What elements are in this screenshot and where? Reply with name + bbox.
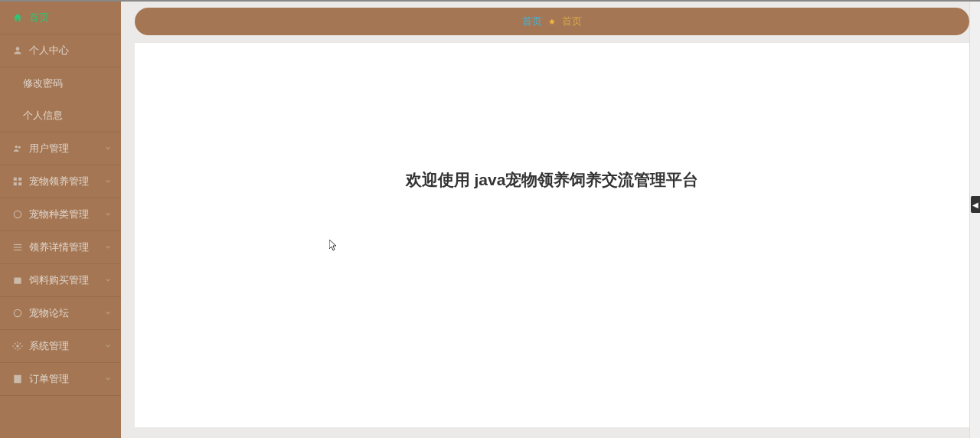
sidebar-item-label: 宠物种类管理 [29,208,89,221]
chevron-down-icon [104,341,112,352]
sidebar-item-personal-info[interactable]: 个人信息 [0,100,121,132]
sidebar-item-system-management[interactable]: 系统管理 [0,330,121,363]
chevron-down-icon [104,143,112,155]
svg-point-2 [18,146,21,149]
sidebar: 首页 个人中心 修改密码 个人信息 用户管理 [0,2,121,438]
sidebar-item-user-management[interactable]: 用户管理 [0,132,121,165]
order-icon [12,374,23,384]
svg-point-1 [15,145,18,149]
sidebar-item-change-password[interactable]: 修改密码 [0,67,121,100]
chat-icon [12,308,23,319]
sidebar-item-label: 宠物论坛 [29,306,69,320]
sidebar-item-home[interactable]: 首页 [0,2,121,34]
scrollbar-vertical[interactable] [969,2,980,438]
chevron-down-icon [104,176,112,188]
breadcrumb: 首页 ★ 首页 [135,8,969,35]
box-icon [12,275,23,286]
sidebar-item-label: 领养详情管理 [29,240,89,254]
chevron-down-icon [104,275,112,286]
breadcrumb-home-link[interactable]: 首页 [522,15,542,28]
sidebar-item-pet-adoption-management[interactable]: 宠物领养管理 [0,165,121,198]
svg-rect-3 [14,178,17,181]
svg-rect-5 [14,182,17,185]
svg-point-0 [16,47,20,51]
breadcrumb-current: 首页 [562,15,582,28]
list-icon [12,242,23,253]
svg-rect-14 [14,375,21,384]
chevron-down-icon [104,242,112,253]
sidebar-item-label: 饲料购买管理 [29,273,89,287]
welcome-heading: 欢迎使用 java宠物领养饲养交流管理平台 [406,169,699,191]
circle-icon [12,209,23,220]
sidebar-item-pet-forum[interactable]: 宠物论坛 [0,297,121,330]
svg-rect-10 [14,250,22,250]
sidebar-item-label: 个人信息 [23,109,63,123]
star-icon: ★ [548,17,556,27]
sidebar-item-adoption-detail-management[interactable]: 领养详情管理 [0,231,121,264]
sidebar-item-label: 宠物领养管理 [29,175,89,188]
svg-point-13 [16,345,19,348]
chevron-down-icon [104,209,112,221]
user-icon [12,45,23,56]
chevron-down-icon [104,308,112,319]
svg-rect-9 [14,247,22,247]
svg-rect-11 [14,278,21,284]
sidebar-item-label: 用户管理 [29,142,69,155]
svg-rect-6 [18,182,21,185]
gear-icon [12,341,23,351]
users-icon [12,143,23,154]
chevron-down-icon [104,374,112,385]
sidebar-item-label: 首页 [29,11,49,25]
home-icon [12,12,23,23]
sidebar-item-label: 个人中心 [29,44,69,57]
sidebar-item-label: 订单管理 [29,372,69,386]
sidebar-item-pet-category-management[interactable]: 宠物种类管理 [0,198,121,231]
grid-icon [12,176,23,187]
svg-rect-4 [18,178,21,181]
main-area: 首页 ★ 首页 欢迎使用 java宠物领养饲养交流管理平台 [121,2,980,438]
svg-point-12 [14,309,21,316]
sidebar-item-label: 系统管理 [29,339,69,353]
sidebar-item-label: 修改密码 [23,77,63,90]
svg-rect-8 [14,244,22,245]
collapse-tab[interactable]: ◀ [971,196,980,213]
sidebar-item-feed-purchase-management[interactable]: 饲料购买管理 [0,264,121,297]
sidebar-item-personal-center[interactable]: 个人中心 [0,34,121,67]
content-panel: 欢迎使用 java宠物领养饲养交流管理平台 [135,43,969,427]
svg-point-7 [14,211,21,217]
sidebar-item-order-management[interactable]: 订单管理 [0,363,121,396]
